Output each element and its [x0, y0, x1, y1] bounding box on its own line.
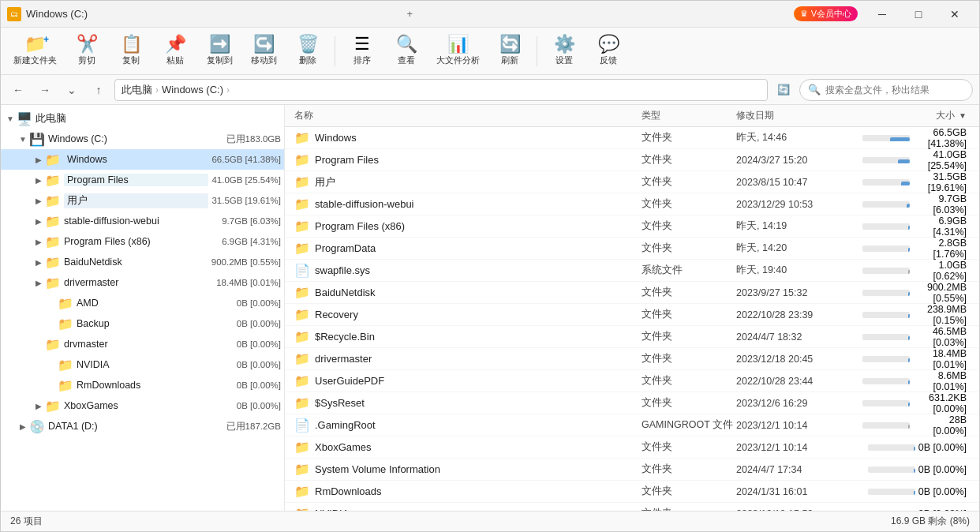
- refresh-toolbar-button[interactable]: 🔄 刷新: [489, 31, 530, 72]
- breadcrumb-this-pc[interactable]: 此电脑: [122, 83, 152, 97]
- copy-button[interactable]: 📋 复制: [110, 31, 151, 72]
- expand-child[interactable]: ▶: [32, 153, 45, 166]
- folder-icon: 📁: [294, 395, 310, 410]
- child-size: 31.5GB [19.61%]: [211, 196, 281, 205]
- table-row[interactable]: 📄 swapfile.sys 系统文件 昨天, 19:40 1.0GB [0.6…: [285, 260, 979, 282]
- sidebar-item-nvidia[interactable]: 📁 NVIDIA 0B [0.00%]: [1, 354, 284, 375]
- table-row[interactable]: 📁 $Recycle.Bin 文件夹 2024/4/7 18:32 46.5MB…: [285, 326, 979, 348]
- expand-child[interactable]: ▶: [32, 256, 45, 268]
- down-button[interactable]: ⌄: [61, 79, 83, 101]
- file-date-cell: 2024/3/27 15:20: [736, 155, 862, 166]
- table-row[interactable]: 📁 Program Files 文件夹 2024/3/27 15:20 41.0…: [285, 149, 979, 171]
- table-row[interactable]: 📁 drivermaster 文件夹 2023/12/18 20:45 18.4…: [285, 348, 979, 370]
- col-name-header[interactable]: 名称: [291, 109, 641, 122]
- sidebar-item-xboxgames[interactable]: ▶ 📁 XboxGames 0B [0.00%]: [1, 395, 284, 416]
- table-row[interactable]: 📁 stable-diffusion-webui 文件夹 2023/12/29 …: [285, 193, 979, 215]
- table-row[interactable]: 📁 ProgramData 文件夹 昨天, 14:20 2.8GB [1.76%…: [285, 238, 979, 260]
- file-date-cell: 2022/10/28 23:44: [736, 376, 862, 387]
- table-row[interactable]: 📁 UserGuidePDF 文件夹 2022/10/28 23:44 8.6M…: [285, 370, 979, 392]
- paste-button[interactable]: 📌 粘贴: [155, 31, 196, 72]
- sidebar-item-rmdownloads[interactable]: 📁 RmDownloads 0B [0.00%]: [1, 375, 284, 395]
- expand-c-drive[interactable]: ▼: [17, 133, 29, 145]
- sidebar-item-stable-diffusion-webui[interactable]: ▶ 📁 stable-diffusion-webui 9.7GB [6.03%]: [1, 211, 284, 231]
- size-bar: [890, 137, 910, 141]
- breadcrumb-c-drive[interactable]: Windows (C:): [162, 84, 223, 96]
- sidebar-item---[interactable]: ▶ 📁 用户 31.5GB [19.61%]: [1, 190, 284, 211]
- file-type-cell: 文件夹: [641, 463, 736, 476]
- d-drive-label: DATA1 (D:): [48, 421, 223, 432]
- child-label: NVIDIA: [77, 359, 234, 370]
- table-row[interactable]: 📁 Program Files (x86) 文件夹 昨天, 14:19 6.9G…: [285, 215, 979, 238]
- analyze-button[interactable]: 📊 大文件分析: [430, 31, 486, 72]
- new-folder-button[interactable]: 📁 + 新建文件夹: [7, 31, 63, 72]
- copy-to-button[interactable]: ➡️ 复制到: [199, 31, 240, 72]
- expand-child[interactable]: ▶: [32, 194, 45, 207]
- search-input[interactable]: [825, 84, 964, 96]
- table-row[interactable]: 📄 .GamingRoot GAMINGROOT 文件 2023/12/1 10…: [285, 414, 979, 436]
- col-date-header[interactable]: 修改日期: [736, 109, 862, 122]
- sidebar-item-amd[interactable]: 📁 AMD 0B [0.00%]: [1, 293, 284, 313]
- table-row[interactable]: 📁 System Volume Information 文件夹 2024/4/7…: [285, 459, 979, 481]
- forward-button[interactable]: →: [34, 79, 56, 101]
- file-name: drivermaster: [315, 353, 372, 365]
- sidebar-item-c-drive[interactable]: ▼ 💾 Windows (C:) 已用183.0GB: [1, 129, 284, 149]
- expand-child[interactable]: ▶: [32, 174, 45, 186]
- cut-button[interactable]: ✂️ 剪切: [66, 31, 107, 72]
- minimize-button[interactable]: ─: [864, 2, 900, 27]
- table-row[interactable]: 📁 NVIDIA 文件夹 2023/12/10 15:52 0B [0.00%]: [285, 503, 979, 511]
- sidebar-item-windows[interactable]: ▶ 📁 Windows 66.5GB [41.38%]: [1, 149, 284, 170]
- maximize-button[interactable]: □: [900, 2, 937, 27]
- file-size-text: 900.2MB [0.55%]: [913, 282, 967, 304]
- paste-label: 粘贴: [166, 54, 184, 66]
- view-button[interactable]: 🔍 查看: [386, 31, 427, 72]
- col-size-header[interactable]: 大小 ▼: [862, 109, 973, 122]
- sidebar-item-program-files[interactable]: ▶ 📁 Program Files 41.0GB [25.54%]: [1, 170, 284, 190]
- new-tab-button[interactable]: +: [398, 2, 421, 27]
- file-size-cell: 238.9MB [0.15%]: [862, 304, 973, 326]
- table-row[interactable]: 📁 BaiduNetdisk 文件夹 2023/9/27 15:32 900.2…: [285, 282, 979, 304]
- file-size-text: 0B [0.00%]: [918, 486, 967, 497]
- file-size-text: 46.5MB [0.03%]: [913, 326, 967, 348]
- table-row[interactable]: 📁 XboxGames 文件夹 2023/12/1 10:14 0B [0.00…: [285, 436, 979, 459]
- folder-icon: 📁: [45, 214, 61, 229]
- delete-button[interactable]: 🗑️ 删除: [287, 31, 328, 72]
- expand-child[interactable]: ▶: [32, 276, 45, 289]
- table-row[interactable]: 📁 用户 文件夹 2023/8/15 10:47 31.5GB [19.61%]: [285, 171, 979, 193]
- file-name-cell: 📁 用户: [291, 174, 641, 189]
- sort-button[interactable]: ☰ 排序: [342, 31, 383, 72]
- delete-icon: 🗑️: [297, 36, 319, 53]
- item-count: 26 项目: [10, 515, 43, 528]
- sidebar-item-this-pc[interactable]: ▼ 🖥️ 此电脑: [1, 108, 284, 129]
- folder-icon: 📁: [294, 197, 310, 212]
- back-button[interactable]: ←: [7, 79, 29, 101]
- sidebar-item-drivermaster[interactable]: ▶ 📁 drivermaster 18.4MB [0.01%]: [1, 272, 284, 293]
- sidebar-item-d-drive[interactable]: ▶ 💿 DATA1 (D:) 已用187.2GB: [1, 416, 284, 436]
- table-row[interactable]: 📁 Windows 文件夹 昨天, 14:46 66.5GB [41.38%]: [285, 127, 979, 149]
- table-row[interactable]: 📁 RmDownloads 文件夹 2024/1/31 16:01 0B [0.…: [285, 481, 979, 503]
- c-drive-icon: 💾: [29, 132, 45, 147]
- move-to-button[interactable]: ↪️ 移动到: [243, 31, 284, 72]
- close-button[interactable]: ✕: [937, 2, 973, 27]
- expand-d-drive[interactable]: ▶: [17, 420, 29, 433]
- settings-button[interactable]: ⚙️ 设置: [544, 31, 585, 72]
- file-name-cell: 📄 .GamingRoot: [291, 418, 641, 433]
- size-bar: [898, 159, 910, 163]
- sidebar-item-drvmaster[interactable]: 📁 drvmaster 0B [0.00%]: [1, 334, 284, 354]
- expand-child[interactable]: ▶: [32, 399, 45, 412]
- col-type-header[interactable]: 类型: [641, 109, 736, 122]
- vip-button[interactable]: ♛ V会员中心: [794, 6, 858, 21]
- sidebar-item-backup[interactable]: 📁 Backup 0B [0.00%]: [1, 313, 284, 334]
- size-bar: [908, 358, 910, 362]
- sidebar-item-program-files--x86-[interactable]: ▶ 📁 Program Files (x86) 6.9GB [4.31%]: [1, 231, 284, 252]
- sidebar-item-baidunetdisk[interactable]: ▶ 📁 BaiduNetdisk 900.2MB [0.55%]: [1, 252, 284, 272]
- expand-this-pc[interactable]: ▼: [4, 112, 17, 125]
- table-row[interactable]: 📁 Recovery 文件夹 2022/10/28 23:39 238.9MB …: [285, 304, 979, 326]
- expand-child[interactable]: ▶: [32, 235, 45, 248]
- size-bar: [908, 248, 910, 252]
- table-row[interactable]: 📁 $SysReset 文件夹 2023/12/6 16:29 631.2KB …: [285, 392, 979, 414]
- file-size-text: 9.7GB [6.03%]: [913, 193, 967, 215]
- expand-child[interactable]: ▶: [32, 215, 45, 227]
- up-button[interactable]: ↑: [88, 79, 110, 101]
- feedback-button[interactable]: 💬 反馈: [588, 31, 629, 72]
- refresh-addressbar-button[interactable]: 🔄: [772, 79, 795, 101]
